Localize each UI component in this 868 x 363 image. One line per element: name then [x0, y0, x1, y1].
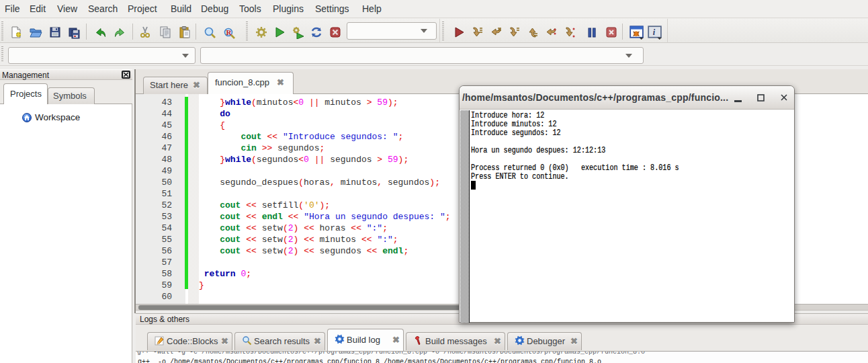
svg-text:R: R — [226, 28, 232, 36]
